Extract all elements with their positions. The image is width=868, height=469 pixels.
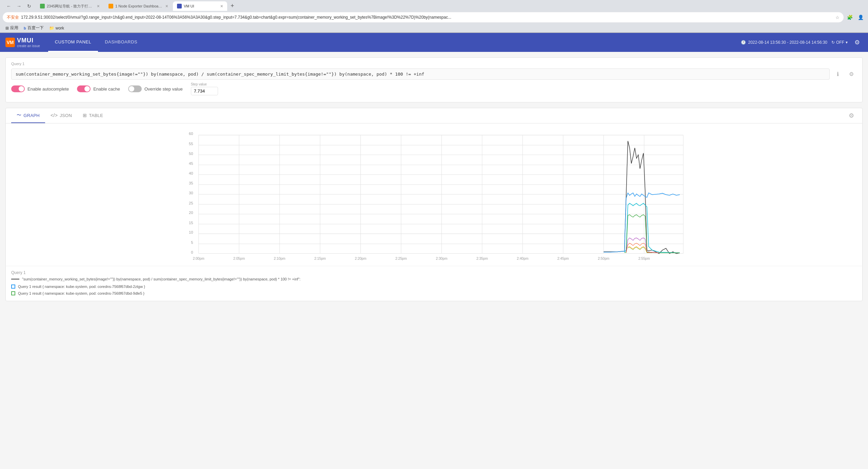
chevron-down-icon: ▾ [846, 40, 848, 45]
svg-text:2:50pm: 2:50pm [598, 257, 609, 260]
svg-text:2:20pm: 2:20pm [355, 257, 367, 260]
legend-query-label: Query 1 [11, 270, 857, 275]
legend-area: Query 1 "sum(container_memory_working_se… [6, 266, 862, 301]
svg-text:55: 55 [189, 142, 193, 146]
chart-container: 0 5 10 15 20 25 30 35 40 45 50 55 60 [6, 123, 862, 266]
legend-item-2-color [11, 291, 15, 295]
svg-text:10: 10 [189, 230, 193, 234]
bookmark-star-icon[interactable]: ☆ [835, 15, 840, 20]
main-content: Query 1 ℹ ⚙ Enable autocomplete Enable c… [0, 52, 868, 469]
tab-1-close[interactable]: × [97, 3, 100, 9]
svg-text:5: 5 [191, 240, 193, 245]
baidu-icon: b [24, 26, 26, 30]
tab-3-close[interactable]: × [220, 3, 223, 9]
graph-icon: 〜 [17, 112, 21, 118]
svg-text:35: 35 [189, 181, 193, 185]
autocomplete-label: Enable autocomplete [27, 86, 69, 92]
apps-icon: ⊞ [5, 26, 9, 31]
override-step-label: Override step value [144, 86, 183, 92]
svg-text:45: 45 [189, 161, 193, 165]
legend-item-1: Query 1 result { namespace: kube-system,… [11, 283, 857, 290]
nav-tabs: CUSTOM PANEL DASHBOARDS [48, 33, 144, 52]
legend-main-line [11, 279, 19, 279]
create-issue-link[interactable]: create an issue [17, 44, 40, 48]
tab-2[interactable]: 1 Node Exporter Dashboard 2... × [104, 1, 172, 11]
svg-text:40: 40 [189, 171, 193, 175]
app-logo: VM VMUI create an issue [5, 37, 40, 48]
svg-text:2:35pm: 2:35pm [476, 257, 488, 260]
tab-2-favicon [108, 4, 113, 8]
svg-text:2:45pm: 2:45pm [557, 257, 569, 260]
cache-label: Enable cache [93, 86, 120, 92]
override-step-toggle-group: Override step value [128, 85, 183, 92]
tab-2-close[interactable]: × [165, 3, 168, 9]
bookmark-apps[interactable]: ⊞ 应用 [3, 24, 21, 32]
tab-1[interactable]: 2345网址导航 - 致力于打造百年 × [36, 1, 104, 11]
tab-graph[interactable]: 〜 GRAPH [11, 108, 45, 123]
tab-1-favicon [40, 4, 45, 8]
nav-tab-custom-panel[interactable]: CUSTOM PANEL [48, 33, 98, 52]
chart-area: 〜 GRAPH </> JSON ⊞ TABLE ⚙ 0 5 10 15 20 [5, 108, 863, 301]
chart-settings-button[interactable]: ⚙ [846, 109, 857, 122]
bookmark-baidu[interactable]: b 百度一下 [21, 24, 46, 32]
override-step-toggle[interactable] [128, 85, 142, 92]
nav-tab-dashboards[interactable]: DASHBOARDS [98, 33, 144, 52]
new-tab-button[interactable]: + [228, 1, 237, 11]
extensions-button[interactable]: 🧩 [845, 13, 854, 22]
address-bar[interactable]: 不安全 172.29.9.51:30032/select/0/vmui/?g0.… [3, 12, 844, 22]
controls-row: Enable autocomplete Enable cache Overrid… [11, 80, 857, 98]
refresh-icon: ↻ [831, 40, 835, 45]
reload-button[interactable]: ↻ [24, 1, 34, 11]
back-button[interactable]: ← [4, 1, 14, 11]
svg-text:2:05pm: 2:05pm [233, 257, 245, 260]
profile-button[interactable]: 👤 [856, 13, 865, 22]
app-name: VMUI [17, 37, 40, 44]
step-value-input[interactable] [191, 87, 218, 95]
autocomplete-toggle[interactable] [11, 85, 25, 92]
query-input-row: ℹ ⚙ [11, 69, 857, 80]
tab-bar: ← → ↻ 2345网址导航 - 致力于打造百年 × 1 Node Export… [0, 0, 868, 11]
svg-text:0: 0 [191, 250, 193, 254]
legend-expression: "sum(container_memory_working_set_bytes{… [22, 277, 300, 281]
svg-text:2:40pm: 2:40pm [517, 257, 528, 260]
tab-1-title: 2345网址导航 - 致力于打造百年 [47, 4, 95, 9]
svg-text:2:00pm: 2:00pm [193, 257, 204, 260]
svg-text:2:15pm: 2:15pm [314, 257, 326, 260]
step-value-group: Step value [191, 82, 218, 95]
cache-toggle-group: Enable cache [77, 85, 120, 92]
bookmark-work[interactable]: 📁 work [46, 25, 67, 31]
tab-json[interactable]: </> JSON [45, 109, 77, 123]
bookmarks-bar: ⊞ 应用 b 百度一下 📁 work [0, 24, 868, 33]
logo-icon: VM [5, 38, 15, 47]
security-indicator: 不安全 [7, 15, 19, 20]
svg-text:15: 15 [189, 221, 193, 225]
query-input[interactable] [11, 69, 830, 80]
query-info-button[interactable]: ℹ [832, 69, 843, 80]
tab-2-title: 1 Node Exporter Dashboard 2... [115, 4, 163, 8]
legend-item-2-label: Query 1 result { namespace: kube-system,… [18, 291, 144, 295]
svg-text:60: 60 [189, 132, 193, 136]
table-icon: ⊞ [83, 113, 87, 118]
forward-button[interactable]: → [14, 1, 24, 11]
svg-text:2:10pm: 2:10pm [274, 257, 285, 260]
query-settings-button[interactable]: ⚙ [846, 69, 857, 80]
app-header: VM VMUI create an issue CUSTOM PANEL DAS… [0, 33, 868, 52]
folder-icon: 📁 [49, 26, 54, 31]
legend-item-2: Query 1 result { namespace: kube-system,… [11, 290, 857, 297]
svg-text:2:25pm: 2:25pm [395, 257, 407, 260]
time-range-display[interactable]: 🕐 2022-08-14 13:56:30 - 2022-08-14 14:56… [741, 40, 827, 45]
query-label: Query 1 [11, 62, 857, 66]
legend-item-1-label: Query 1 result { namespace: kube-system,… [18, 285, 145, 289]
refresh-control[interactable]: ↻ OFF ▾ [831, 40, 848, 45]
svg-text:2:30pm: 2:30pm [436, 257, 447, 260]
svg-text:30: 30 [189, 191, 193, 195]
settings-button[interactable]: ⚙ [852, 37, 863, 48]
header-right: 🕐 2022-08-14 13:56:30 - 2022-08-14 14:56… [741, 37, 863, 48]
cache-toggle[interactable] [77, 85, 91, 92]
json-icon: </> [51, 113, 58, 118]
svg-text:25: 25 [189, 201, 193, 205]
legend-item-1-color [11, 285, 15, 289]
chart-svg: 0 5 10 15 20 25 30 35 40 45 50 55 60 [11, 129, 857, 260]
tab-table[interactable]: ⊞ TABLE [77, 109, 108, 123]
tab-3[interactable]: VM UI × [173, 1, 227, 11]
